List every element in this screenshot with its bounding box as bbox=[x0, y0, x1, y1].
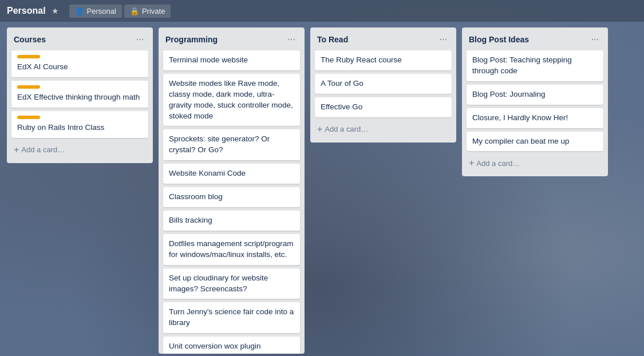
card-blog-journaling[interactable]: Blog Post: Journaling bbox=[467, 85, 603, 105]
add-label-to-read: Add a card… bbox=[325, 125, 368, 133]
card-edx-math[interactable]: EdX Effective thinking through math bbox=[11, 81, 148, 108]
card-text-blog-journaling: Blog Post: Journaling bbox=[472, 90, 546, 98]
add-icon-blog-post-ideas: + bbox=[469, 158, 474, 168]
column-blog-post-ideas: Blog Post Ideas···Blog Post: Teaching st… bbox=[462, 27, 608, 176]
card-text-compiler: My compiler can beat me up bbox=[472, 137, 570, 145]
card-effective-go[interactable]: Effective Go bbox=[315, 97, 452, 117]
card-closure[interactable]: Closure, I Hardly Know Her! bbox=[467, 108, 603, 128]
column-title-blog-post-ideas: Blog Post Ideas bbox=[469, 35, 529, 44]
nav-label-0: Personal bbox=[87, 7, 116, 15]
card-tour-go[interactable]: A Tour of Go bbox=[315, 74, 452, 94]
card-label-edx-ai bbox=[17, 55, 40, 58]
board-title: Personal bbox=[7, 6, 46, 16]
card-text-effective-go: Effective Go bbox=[321, 102, 362, 111]
star-icon[interactable]: ★ bbox=[52, 6, 59, 15]
card-website-modes[interactable]: Website modes like Rave mode, classy mod… bbox=[163, 74, 300, 126]
add-label-courses: Add a card… bbox=[21, 145, 65, 154]
header-nav-item-1[interactable]: 🔒Private bbox=[124, 5, 171, 18]
card-text-terminal-mode: Terminal mode website bbox=[169, 56, 248, 64]
header: Personal ★ 👤Personal🔒Private bbox=[0, 0, 644, 22]
card-blog-stepping[interactable]: Blog Post: Teaching stepping through cod… bbox=[467, 50, 603, 81]
card-jenny-science[interactable]: Turn Jenny's science fair code into a li… bbox=[163, 302, 300, 333]
column-menu-blog-post-ideas[interactable]: ··· bbox=[589, 33, 601, 46]
add-icon-courses: + bbox=[14, 145, 19, 155]
card-konami[interactable]: Website Konami Code bbox=[163, 164, 300, 184]
column-header-blog-post-ideas: Blog Post Ideas··· bbox=[467, 32, 603, 47]
card-dotfiles[interactable]: Dotfiles management script/program for w… bbox=[163, 234, 300, 265]
card-text-closure: Closure, I Hardly Know Her! bbox=[472, 113, 568, 122]
nav-icon-0: 👤 bbox=[75, 7, 84, 15]
column-menu-to-read[interactable]: ··· bbox=[437, 33, 449, 46]
card-text-cloudinary: Set up cloudinary for website images? Sc… bbox=[169, 274, 268, 293]
card-terminal-mode[interactable]: Terminal mode website bbox=[163, 50, 300, 70]
card-unit-conversion[interactable]: Unit conversion wox plugin bbox=[163, 337, 300, 354]
column-title-programming: Programming bbox=[165, 35, 218, 44]
card-text-unit-conversion: Unit conversion wox plugin bbox=[169, 342, 261, 350]
card-text-website-modes: Website modes like Rave mode, classy mod… bbox=[169, 79, 293, 120]
column-courses: Courses···EdX AI CourseEdX Effective thi… bbox=[7, 27, 153, 163]
column-header-to-read: To Read··· bbox=[315, 32, 452, 47]
header-nav: 👤Personal🔒Private bbox=[69, 5, 171, 18]
card-text-ruby-react: The Ruby React course bbox=[321, 56, 402, 64]
card-label-edx-math bbox=[17, 85, 40, 89]
card-text-tour-go: A Tour of Go bbox=[321, 79, 364, 88]
header-nav-item-0[interactable]: 👤Personal bbox=[69, 5, 122, 18]
card-text-ruby-rails: Ruby on Rails Intro Class bbox=[17, 123, 104, 132]
card-ruby-rails[interactable]: Ruby on Rails Intro Class bbox=[11, 111, 148, 138]
card-text-edx-math: EdX Effective thinking through math bbox=[17, 93, 140, 101]
nav-icon-1: 🔒 bbox=[130, 7, 139, 15]
card-edx-ai[interactable]: EdX AI Course bbox=[11, 50, 148, 77]
column-title-to-read: To Read bbox=[317, 35, 348, 44]
column-to-read: To Read···The Ruby React courseA Tour of… bbox=[310, 27, 456, 143]
card-sprockets[interactable]: Sprockets: site generator? Or crystal? O… bbox=[163, 129, 300, 160]
column-menu-programming[interactable]: ··· bbox=[286, 33, 298, 46]
card-text-sprockets: Sprockets: site generator? Or crystal? O… bbox=[169, 135, 270, 154]
column-header-programming: Programming··· bbox=[163, 32, 300, 47]
add-card-courses[interactable]: +Add a card… bbox=[11, 141, 148, 159]
nav-label-1: Private bbox=[142, 7, 165, 15]
add-card-blog-post-ideas[interactable]: +Add a card… bbox=[467, 155, 603, 172]
card-bills[interactable]: Bills tracking bbox=[163, 211, 300, 231]
column-menu-courses[interactable]: ··· bbox=[134, 33, 146, 46]
add-icon-to-read: + bbox=[317, 124, 322, 135]
card-text-classroom-blog: Classroom blog bbox=[169, 192, 223, 201]
column-programming: Programming···Terminal mode websiteWebsi… bbox=[159, 27, 305, 354]
card-cloudinary[interactable]: Set up cloudinary for website images? Sc… bbox=[163, 268, 300, 299]
card-text-edx-ai: EdX AI Course bbox=[17, 62, 68, 71]
board: Courses···EdX AI CourseEdX Effective thi… bbox=[0, 22, 644, 356]
add-card-to-read[interactable]: +Add a card… bbox=[315, 121, 452, 138]
card-text-bills: Bills tracking bbox=[169, 216, 212, 224]
column-title-courses: Courses bbox=[14, 35, 46, 44]
card-classroom-blog[interactable]: Classroom blog bbox=[163, 187, 300, 207]
column-header-courses: Courses··· bbox=[11, 32, 148, 47]
card-compiler[interactable]: My compiler can beat me up bbox=[467, 132, 603, 152]
card-text-konami: Website Konami Code bbox=[169, 169, 246, 177]
card-text-jenny-science: Turn Jenny's science fair code into a li… bbox=[169, 307, 294, 327]
card-text-blog-stepping: Blog Post: Teaching stepping through cod… bbox=[472, 56, 572, 75]
card-ruby-react[interactable]: The Ruby React course bbox=[315, 50, 452, 70]
card-label-ruby-rails bbox=[17, 116, 40, 119]
card-text-dotfiles: Dotfiles management script/program for w… bbox=[169, 239, 294, 259]
add-label-blog-post-ideas: Add a card… bbox=[476, 159, 520, 168]
